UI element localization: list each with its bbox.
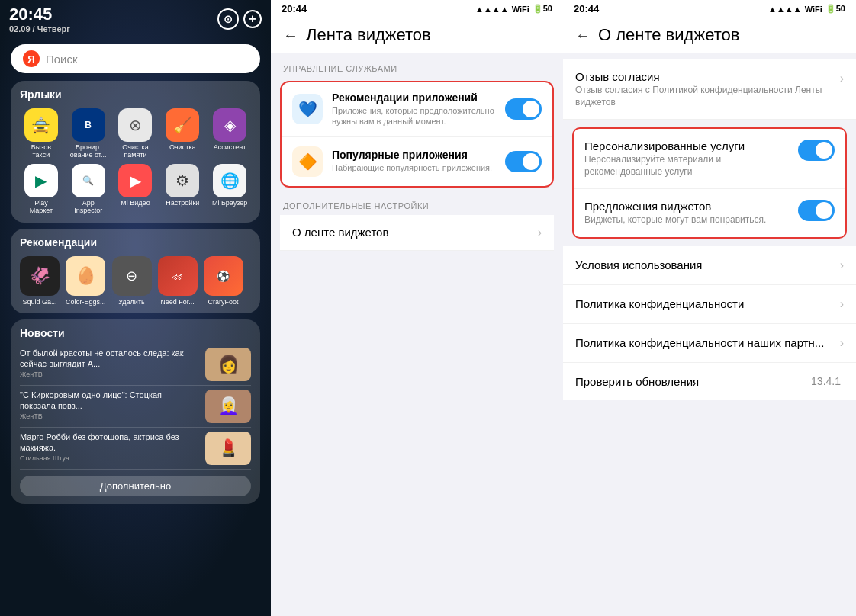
app-taxi[interactable]: 🚖 Вызов такси bbox=[20, 108, 63, 159]
assistant-label: Ассистент bbox=[214, 144, 246, 152]
right-header: ← О ленте виджетов bbox=[563, 18, 856, 53]
recommendations-section: Рекомендации 🦑 Squid Ga... 🥚 Color-Eggs.… bbox=[11, 229, 260, 313]
inspector-label: App Inspector bbox=[69, 200, 108, 215]
toggle-reco-text: Рекомендации приложений Приложения, кото… bbox=[332, 91, 496, 127]
right-content: Отзыв согласия Отзыв согласия с Политико… bbox=[563, 53, 856, 616]
middle-panel: 20:44 ▲▲▲▲ WiFi 🔋50 ← Лента виджетов УПР… bbox=[271, 0, 563, 616]
play-label: Play Маркет bbox=[22, 200, 60, 215]
color-icon: 🥚 bbox=[66, 256, 105, 296]
right-back-button[interactable]: ← bbox=[575, 27, 591, 44]
news-thumb-1: 👩 bbox=[205, 348, 251, 381]
privacy-title: Политика конфиденциальности bbox=[575, 297, 840, 310]
news-item-2[interactable]: "С Киркоровым одно лицо": Стоцкая показа… bbox=[20, 386, 251, 428]
toggle-reco-switch[interactable] bbox=[505, 98, 542, 120]
consent-nav-item[interactable]: Отзыв согласия Отзыв согласия с Политико… bbox=[563, 59, 856, 120]
left-status-bar: 20:45 02.09 / Четверг ⊙ + bbox=[0, 0, 271, 38]
app-cleaner[interactable]: 🧹 Очистка bbox=[161, 108, 204, 159]
news-item-3[interactable]: Марго Робби без фотошопа, актриса без ма… bbox=[20, 428, 251, 470]
news-text-1: От былой красоты не осталось следа: как … bbox=[20, 348, 199, 379]
news-thumb-2: 👩‍🦳 bbox=[205, 390, 251, 423]
toggle-popular-title: Популярные приложения bbox=[332, 149, 496, 161]
apps-grid: 🚖 Вызов такси B Бронир. ование от... ⊗ О… bbox=[20, 108, 251, 215]
app-mi-video[interactable]: ▶ Mi Видео bbox=[114, 164, 157, 215]
battery-icon: 🔋50 bbox=[533, 4, 552, 14]
shortcuts-label: Ярлыки bbox=[20, 88, 251, 101]
play-icon: ▶ bbox=[24, 164, 58, 197]
middle-back-button[interactable]: ← bbox=[283, 27, 298, 44]
browser-icon: 🌐 bbox=[213, 164, 246, 197]
crazy-icon: ⚽ bbox=[204, 256, 243, 296]
consent-desc: Отзыв согласия с Политикой конфиденциаль… bbox=[575, 85, 834, 108]
mi-video-icon: ▶ bbox=[118, 164, 152, 197]
consent-chevron: › bbox=[840, 72, 844, 85]
inspector-icon: 🔍 bbox=[72, 164, 105, 197]
settings-icon: ⚙ bbox=[166, 164, 199, 197]
consent-title: Отзыв согласия bbox=[575, 70, 834, 83]
plain-nav-list: Условия использования › Политика конфиде… bbox=[563, 246, 856, 400]
app-settings[interactable]: ⚙ Настройки bbox=[161, 164, 204, 215]
about-widgets-chevron: › bbox=[538, 226, 542, 239]
app-inspector[interactable]: 🔍 App Inspector bbox=[67, 164, 110, 215]
search-placeholder: Поиск bbox=[46, 53, 78, 66]
reco-squid[interactable]: 🦑 Squid Ga... bbox=[20, 256, 60, 306]
right-battery-icon: 🔋50 bbox=[825, 4, 845, 14]
partner-privacy-nav-item[interactable]: Политика конфиденциальности наших партн.… bbox=[563, 324, 856, 363]
personalized-services-text: Персонализированные услуги Персонализиру… bbox=[584, 140, 790, 178]
check-updates-nav-item[interactable]: Проверить обновления 13.4.1 bbox=[563, 363, 856, 400]
mi-video-label: Mi Видео bbox=[121, 200, 150, 207]
app-assistant[interactable]: ◈ Ассистент bbox=[208, 108, 251, 159]
terms-title: Условия использования bbox=[575, 258, 840, 271]
right-status-bar: 20:44 ▲▲▲▲ WiFi 🔋50 bbox=[563, 0, 856, 18]
right-title: О ленте виджетов bbox=[598, 25, 739, 45]
news-item-1[interactable]: От былой красоты не осталось следа: как … bbox=[20, 344, 251, 386]
toggle-reco-desc: Приложения, которые предположительно нуж… bbox=[332, 105, 496, 127]
app-browser[interactable]: 🌐 Mi Браузер bbox=[208, 164, 251, 215]
highlighted-toggles-box: Персонализированные услуги Персонализиру… bbox=[572, 127, 847, 239]
consent-text: Отзыв согласия Отзыв согласия с Политико… bbox=[575, 70, 834, 108]
app-play[interactable]: ▶ Play Маркет bbox=[20, 164, 63, 215]
app-clean-memory[interactable]: ⊗ Очистка памяти bbox=[114, 108, 157, 159]
terms-chevron: › bbox=[840, 258, 844, 272]
delete-app-icon: ⊖ bbox=[112, 256, 152, 296]
widget-offers-item: Предложения виджетов Виджеты, которые мо… bbox=[574, 189, 845, 237]
assistant-icon: ◈ bbox=[213, 108, 246, 142]
app-booking[interactable]: B Бронир. ование от... bbox=[67, 108, 110, 159]
toggle-popular-switch[interactable] bbox=[505, 151, 542, 172]
squid-label: Squid Ga... bbox=[22, 298, 56, 306]
personalized-services-desc: Персонализируйте материали и рекомендова… bbox=[584, 154, 790, 178]
terms-nav-item[interactable]: Условия использования › bbox=[563, 246, 856, 285]
news-text-3: Марго Робби без фотошопа, актриса без ма… bbox=[20, 432, 199, 463]
news-section: Новости От былой красоты не осталось сле… bbox=[11, 319, 260, 504]
toggle-popular-desc: Набирающие популярность приложения. bbox=[332, 162, 496, 173]
personalized-services-item: Персонализированные услуги Персонализиру… bbox=[574, 129, 845, 189]
more-button[interactable]: Дополнительно bbox=[20, 476, 251, 496]
camera-icon[interactable]: ⊙ bbox=[217, 8, 239, 30]
search-bar[interactable]: Я Поиск bbox=[11, 44, 260, 73]
news-source-3: Стильная Штуч... bbox=[20, 454, 199, 462]
personalized-services-switch[interactable] bbox=[798, 140, 835, 161]
reco-need[interactable]: 🏎 Need For... bbox=[158, 256, 198, 306]
booking-label: Бронир. ование от... bbox=[69, 144, 108, 159]
nav-about-widgets[interactable]: О ленте виджетов › bbox=[280, 215, 554, 251]
reco-apps-icon: 💙 bbox=[292, 94, 323, 124]
cleaner-icon: 🧹 bbox=[166, 108, 199, 142]
crazy-label: CraryFoot bbox=[208, 298, 239, 306]
left-date: 02.09 / Четверг bbox=[9, 24, 70, 34]
reco-color[interactable]: 🥚 Color-Eggs... bbox=[66, 256, 106, 306]
toggle-popular-text: Популярные приложения Набирающие популяр… bbox=[332, 149, 496, 173]
news-text-2: "С Киркоровым одно лицо": Стоцкая показа… bbox=[20, 390, 199, 421]
check-updates-title: Проверить обновления bbox=[575, 375, 811, 388]
privacy-nav-item[interactable]: Политика конфиденциальности › bbox=[563, 285, 856, 324]
right-wifi-icon: WiFi bbox=[805, 5, 822, 14]
reco-delete[interactable]: ⊖ Удалить bbox=[112, 256, 152, 306]
news-headline-3: Марго Робби без фотошопа, актриса без ма… bbox=[20, 432, 199, 454]
widget-offers-title: Предложения виджетов bbox=[584, 200, 790, 213]
news-source-2: ЖенТВ bbox=[20, 412, 199, 420]
partner-privacy-title: Политика конфиденциальности наших партн.… bbox=[575, 336, 840, 349]
reco-crazy[interactable]: ⚽ CraryFoot bbox=[204, 256, 243, 306]
add-icon[interactable]: + bbox=[243, 10, 262, 28]
privacy-chevron: › bbox=[840, 297, 844, 311]
left-panel: 20:45 02.09 / Четверг ⊙ + Я Поиск Ярлыки… bbox=[0, 0, 271, 616]
left-time: 20:45 bbox=[9, 5, 70, 24]
widget-offers-switch[interactable] bbox=[798, 200, 835, 221]
